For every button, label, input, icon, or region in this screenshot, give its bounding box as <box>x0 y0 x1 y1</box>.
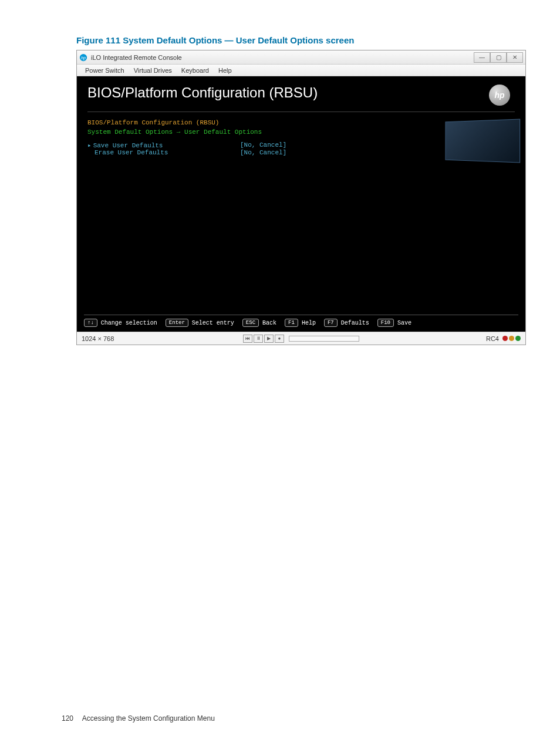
menu-power-switch[interactable]: Power Switch <box>80 67 129 74</box>
page-number: 120 <box>62 714 73 723</box>
rewind-button[interactable]: ⏮ <box>243 335 252 343</box>
titlebar: hp iLO Integrated Remote Console — ▢ ✕ <box>77 50 525 65</box>
record-button[interactable]: ● <box>275 335 284 343</box>
bios-screen: BIOS/Platform Configuration (RBSU) hp BI… <box>77 76 525 332</box>
close-button[interactable]: ✕ <box>507 52 523 63</box>
footer-section: Accessing the System Configuration Menu <box>82 714 215 723</box>
menubar: Power Switch Virtual Drives Keyboard Hel… <box>77 65 525 76</box>
menu-virtual-drives[interactable]: Virtual Drives <box>129 67 177 74</box>
key-enter: Enter <box>166 319 188 327</box>
led-red-icon <box>502 336 508 341</box>
option-label: Erase User Defaults <box>95 149 168 156</box>
key-f7: F7 <box>324 319 338 327</box>
page-footer: 120 Accessing the System Configuration M… <box>62 714 484 723</box>
key-label-select: Select entry <box>192 320 234 326</box>
resolution-label: 1024 × 768 <box>82 335 140 342</box>
key-arrows: ↑↓ <box>84 319 97 327</box>
titlebar-title: iLO Integrated Remote Console <box>91 54 474 61</box>
breadcrumb-level1: System Default Options <box>87 129 173 136</box>
svg-text:hp: hp <box>81 55 86 60</box>
hp-logo-icon: hp <box>489 85 510 106</box>
play-button[interactable]: ▶ <box>264 335 274 343</box>
menu-keyboard[interactable]: Keyboard <box>177 67 214 74</box>
key-label-change: Change selection <box>101 320 157 326</box>
progress-indicator <box>289 336 359 342</box>
bios-title: BIOS/Platform Configuration (RBSU) <box>87 85 318 101</box>
key-label-save: Save <box>397 320 411 326</box>
key-label-defaults: Defaults <box>341 320 369 326</box>
screenshot-window: hp iLO Integrated Remote Console — ▢ ✕ P… <box>76 50 526 345</box>
breadcrumb-level2: User Default Options <box>184 129 262 136</box>
breadcrumb-sep: → <box>173 129 184 136</box>
divider <box>87 112 515 112</box>
key-label-help: Help <box>302 320 316 326</box>
statusbar: 1024 × 768 ⏮ ⏸ ▶ ● RC4 <box>77 332 525 345</box>
key-label-back: Back <box>262 320 276 326</box>
minimize-button[interactable]: — <box>474 52 490 63</box>
maximize-button[interactable]: ▢ <box>490 52 507 63</box>
led-yellow-icon <box>509 336 514 341</box>
server-image <box>445 119 520 163</box>
option-label: Save User Defaults <box>93 142 163 149</box>
key-esc: ESC <box>242 319 259 327</box>
key-f10: F10 <box>377 319 394 327</box>
pause-button[interactable]: ⏸ <box>254 335 263 343</box>
key-hint-bar: ↑↓ Change selection Enter Select entry E… <box>84 315 518 327</box>
figure-caption: Figure 111 System Default Options — User… <box>76 35 484 45</box>
rc-label: RC4 <box>486 335 499 342</box>
menu-help[interactable]: Help <box>214 67 237 74</box>
hp-icon: hp <box>79 53 87 62</box>
led-green-icon <box>515 336 521 341</box>
key-f1: F1 <box>285 319 298 327</box>
selection-arrow-icon: ▸ <box>87 142 92 149</box>
